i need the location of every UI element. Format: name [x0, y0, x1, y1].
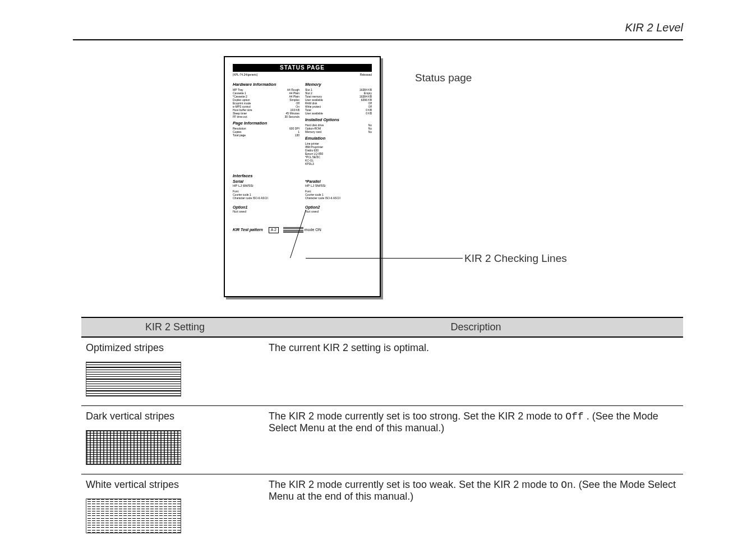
sp-if-serial: Serial HP LJ 6M/5Si Font:Courier code 1C… — [233, 179, 299, 200]
sp-opt2-title: Option2 — [305, 205, 372, 210]
page-title: KIR 2 Level — [625, 21, 683, 34]
sp-opt2-val: Not used — [305, 210, 372, 214]
sp-row: Character code ISO-6 ASCII — [305, 196, 372, 200]
table-row: Optimized stripes The current KIR 2 sett… — [81, 337, 683, 405]
swatch-optimized — [86, 362, 181, 396]
header-rule — [73, 39, 683, 40]
status-page-box: STATUS PAGE [KPL-74.24/generic] Released… — [224, 56, 381, 297]
callout-status-page: Status page — [415, 72, 472, 84]
sp-parallel-title: *Parallel — [305, 179, 321, 183]
table-header-row: KIR 2 Setting Description — [81, 318, 683, 337]
cell-description: The KIR 2 mode currently set is too weak… — [264, 479, 683, 533]
table-row: White vertical stripes The KIR 2 mode cu… — [81, 474, 683, 535]
sp-row: Character code ISO-6 ASCII — [233, 196, 299, 200]
th-setting: KIR 2 Setting — [81, 318, 269, 336]
page-root: KIR 2 Level STATUS PAGE [KPL-74.24/gener… — [0, 0, 756, 535]
sp-row: KPDL3 — [305, 162, 372, 165]
desc-part-a: The KIR 2 mode currently set is too stro… — [269, 411, 565, 422]
sp-hw-heading: Hardware Information — [233, 82, 299, 87]
sp-row: Memory cardNo — [305, 130, 372, 133]
sp-kir-mode: mode ON — [305, 228, 321, 232]
status-page-inner: STATUS PAGE [KPL-74.24/generic] Released… — [233, 64, 372, 288]
sp-opt1-title: Option1 — [233, 205, 299, 210]
status-page-figure: STATUS PAGE [KPL-74.24/generic] Released… — [224, 56, 381, 297]
cell-description: The current KIR 2 setting is optimal. — [264, 342, 683, 396]
code-on: On — [561, 479, 573, 491]
code-off: Off — [565, 411, 583, 422]
swatch-white — [86, 499, 181, 533]
sp-parallel-sub: HP LJ 5M/5Si — [305, 184, 372, 188]
sp-row: FF time-out30 Seconds — [233, 115, 299, 118]
desc-part-a: The KIR 2 mode currently set is too weak… — [269, 479, 561, 490]
cell-setting: Dark vertical stripes — [81, 411, 264, 465]
sp-row: User available0 KB — [305, 112, 372, 115]
status-page-banner: STATUS PAGE — [233, 64, 372, 72]
sp-serial-title: Serial — [233, 179, 243, 183]
setting-label: White vertical stripes — [86, 479, 260, 491]
sp-emu-heading: Emulation — [305, 136, 372, 141]
sp-kir-level: A 2 — [269, 227, 279, 233]
kir-settings-table: KIR 2 Setting Description Optimized stri… — [81, 317, 683, 535]
sp-sub-left: [KPL-74.24/generic] — [233, 73, 257, 76]
cell-setting: White vertical stripes — [81, 479, 264, 533]
cell-description: The KIR 2 mode currently set is too stro… — [264, 411, 683, 465]
cell-setting: Optimized stripes — [81, 342, 264, 396]
sp-kir-test-row: KIR Test pattern A 2 mode ON — [233, 227, 372, 233]
callout-line — [306, 258, 463, 259]
table-row: Dark vertical stripes The KIR 2 mode cur… — [81, 405, 683, 474]
sp-row: Total page130 — [233, 133, 299, 137]
sp-col-left: Hardware Information MP TrayA4 RoughCass… — [233, 80, 299, 165]
setting-label: Dark vertical stripes — [86, 411, 260, 422]
th-description: Description — [269, 318, 683, 336]
sp-sub-right: Released — [360, 73, 372, 76]
status-page-subline: [KPL-74.24/generic] Released — [233, 73, 372, 76]
sp-if-heading: Interfaces — [233, 173, 372, 178]
sp-serial-sub: HP LJ 6M/5Si — [233, 184, 299, 188]
sp-opt-heading: Installed Options — [305, 117, 372, 122]
sp-mem-heading: Memory — [305, 82, 372, 87]
swatch-dark — [86, 430, 181, 465]
callout-kir-lines: KIR 2 Checking Lines — [464, 252, 567, 265]
sp-col-right: Memory Slot 116384 KBSlot 2EmptyTotal me… — [305, 80, 372, 165]
setting-label: Optimized stripes — [86, 342, 260, 354]
sp-if-parallel: *Parallel HP LJ 5M/5Si Font:Courier code… — [305, 179, 372, 200]
sp-kir-label: KIR Test pattern — [233, 228, 263, 232]
sp-page-heading: Page Information — [233, 121, 299, 126]
